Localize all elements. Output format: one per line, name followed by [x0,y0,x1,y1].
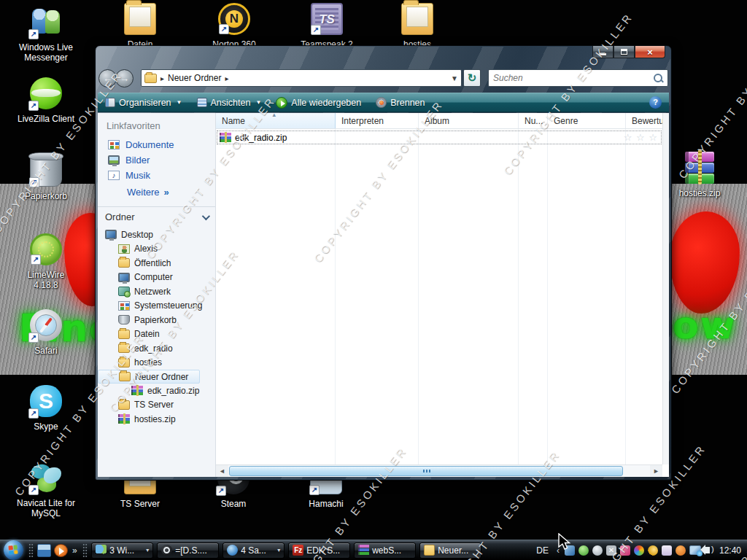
tray-notes-icon[interactable] [662,545,672,556]
chevron-down-icon[interactable] [202,211,210,219]
task-button-steam[interactable]: =[D.S.... [157,542,219,559]
task-button-windows-group[interactable]: 3 Wi... ▾ [91,542,153,559]
desktop-icon-hosties-zip[interactable]: hosties.zip [669,152,730,199]
tree-item-edk-radio[interactable]: edk_radio [98,341,215,356]
tree-item-hosties-zip[interactable]: hosties.zip [98,412,215,427]
forward-button[interactable]: → [115,69,133,88]
clock[interactable]: 12:40 [719,545,741,556]
column-header-interpreten[interactable]: Interpreten [336,113,419,128]
tree-item-desktop[interactable]: Desktop [98,228,215,242]
tray-icon[interactable] [634,545,644,556]
sidebar-item-dokumente[interactable]: Dokumente [98,137,215,152]
tree-item-edk-radio-zip[interactable]: edk_radio.zip [98,384,215,398]
task-button-safari-group[interactable]: 4 Sa... ▾ [222,542,285,559]
tray-icon[interactable] [676,545,686,556]
task-label: webS... [372,545,401,556]
language-indicator[interactable]: DE [536,545,549,556]
sidebar-item-bilder[interactable]: Bilder [98,152,215,168]
search-box[interactable] [488,69,668,87]
close-button[interactable]: × [635,46,665,58]
computer-icon [118,273,130,282]
vertical-scrollbar[interactable] [662,113,669,464]
tree-item-netzwerk[interactable]: Netzwerk [98,284,215,299]
desktop-icon-livezilla[interactable]: ↗ LiveZilla Client [15,77,77,125]
desktop-icon-limewire[interactable]: ↗ LimeWire 4.18.8 [15,233,77,291]
maximize-button[interactable] [614,46,635,58]
task-button-winrar[interactable]: webS... [354,542,416,559]
network-icon[interactable] [689,545,701,555]
folder-icon [401,3,433,35]
horizontal-scrollbar[interactable]: ◄ ► [216,464,662,477]
tree-item-ts-server[interactable]: TS Server [98,398,215,413]
quick-launch-overflow-icon[interactable]: » [72,545,77,556]
desktop-icon-label: Hamachi [295,499,357,510]
search-input[interactable] [493,73,654,83]
file-row-edk-radio-zip[interactable]: edk_radio.zip ☆ ☆ ☆ [217,131,662,144]
tree-item-computer[interactable]: Computer [98,271,215,285]
quick-launch-grip[interactable] [28,543,34,558]
tray-messenger-icon[interactable] [578,545,589,556]
sidebar-item-label: Musik [125,170,150,181]
desktop-icon-datein[interactable]: Datein [109,3,171,50]
refresh-button[interactable]: ↻ [463,69,481,87]
tree-item-oeffentlich[interactable]: Öffentlich [98,256,215,271]
tray-moon-icon[interactable] [648,545,658,556]
desktop-icon-papierkorb[interactable]: ↗ Papierkorb [15,155,77,202]
search-icon[interactable] [654,74,663,83]
desktop-icon-skype[interactable]: ↗ Skype [15,385,77,432]
folders-band[interactable]: Ordner [98,206,215,226]
task-label: Neuer... [438,545,468,556]
tree-item-alexis[interactable]: Alexis [98,242,215,257]
task-button-filezilla[interactable]: Fz EDK S... [288,542,350,559]
tree-item-papierkorb[interactable]: Papierkorb [98,313,215,327]
tray-icon[interactable] [592,545,603,556]
navicat-icon: ↗ [30,462,62,494]
folder-icon [118,400,130,410]
scroll-right-arrow-icon[interactable]: ► [650,465,662,477]
address-dropdown-icon[interactable]: ▼ [451,74,458,82]
address-bar[interactable]: Neuer Ordner ▼ [141,69,462,87]
tray-close-icon[interactable]: ✕ [606,545,616,556]
breadcrumb-arrow-icon [157,73,168,83]
column-header-bewertung[interactable]: Bewertung [626,113,662,128]
sidebar-more-link[interactable]: Weitere» [98,183,215,202]
rating-stars[interactable]: ☆ ☆ ☆ [624,132,661,143]
desktop-icon-windows-live-messenger[interactable]: ↗ Windows Live Messenger [15,6,77,63]
back-button[interactable]: ← [98,69,117,88]
tray-icon[interactable] [620,545,630,556]
scroll-left-arrow-icon[interactable]: ◄ [216,465,228,477]
column-header-genre[interactable]: Genre [548,113,626,128]
views-menu-button[interactable]: Ansichten ▼ [197,98,262,108]
desktop-icon-safari[interactable]: ↗ Safari [15,309,77,357]
column-header-album[interactable]: Album [419,113,519,128]
show-desktop-icon[interactable] [37,544,51,557]
desktop-icon-label: TS Server [109,499,171,510]
sidebar-item-musik[interactable]: ♪ Musik [98,168,215,183]
start-button[interactable] [4,540,23,560]
minimize-button[interactable] [592,46,614,58]
folder-icon [124,3,156,35]
column-header-nummer[interactable]: Nu... [519,113,548,128]
help-button[interactable]: ? [649,96,662,109]
tree-item-systemsteuerung[interactable]: Systemsteuerung [98,299,215,314]
breadcrumb[interactable]: Neuer Ordner [168,73,221,83]
breadcrumb-arrow-icon[interactable] [221,73,232,83]
media-player-icon[interactable] [54,544,68,557]
desktop-icon-navicat[interactable]: ↗ Navicat Lite for MySQL [15,462,77,519]
volume-icon[interactable] [705,547,710,553]
tree-item-neuer-ordner[interactable]: Neuer Ordner [98,370,200,384]
folder-tree: Desktop Alexis Öffentlich Computer Netzw… [98,226,215,427]
shortcut-arrow-icon: ↗ [311,25,321,35]
desktop-icon-label: Navicat Lite for MySQL [15,499,77,519]
column-header-name[interactable]: Name [216,113,336,128]
tree-item-datein[interactable]: Datein [98,327,215,342]
taskband-grip[interactable] [82,543,88,558]
play-all-button[interactable]: Alle wiedergeben [276,97,361,109]
task-button-neuer-ordner[interactable]: Neuer... [419,542,481,559]
tree-item-hosties[interactable]: hosties [98,356,215,370]
desktop-icon-hosties[interactable]: hosties [387,3,448,50]
burn-button[interactable]: Brennen [376,97,425,108]
help-icon: ? [653,98,658,106]
organize-menu-button[interactable]: Organisieren ▼ [105,98,182,108]
scrollbar-thumb[interactable] [229,466,623,476]
